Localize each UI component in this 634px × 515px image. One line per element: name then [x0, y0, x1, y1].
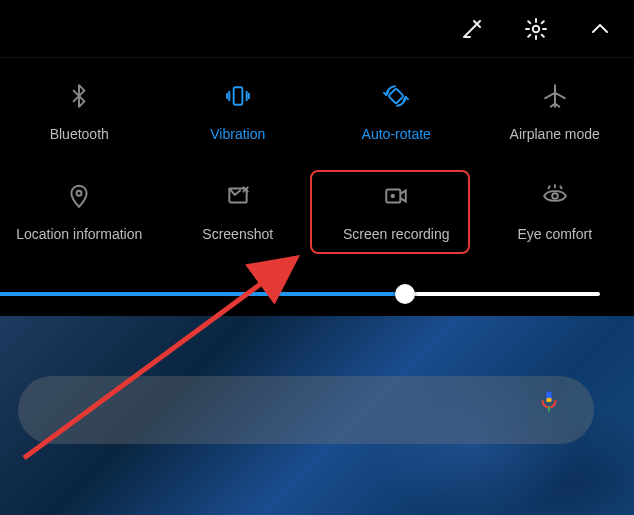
tile-label: Location information — [16, 226, 142, 242]
settings-button[interactable] — [516, 9, 556, 49]
svg-rect-9 — [546, 398, 551, 402]
eye-icon — [537, 178, 573, 214]
svg-rect-2 — [389, 88, 404, 103]
svg-rect-1 — [233, 87, 242, 104]
tile-autorotate[interactable]: Auto-rotate — [317, 78, 476, 142]
tile-airplane[interactable]: Airplane mode — [476, 78, 635, 142]
tile-label: Bluetooth — [50, 126, 109, 142]
tile-label: Vibration — [210, 126, 265, 142]
voice-search-button[interactable] — [536, 388, 580, 432]
airplane-icon — [537, 78, 573, 114]
tile-label: Screenshot — [202, 226, 273, 242]
slider-track-fill — [0, 292, 405, 296]
pencil-icon — [460, 17, 484, 41]
expand-button[interactable] — [580, 9, 620, 49]
tile-label: Eye comfort — [517, 226, 592, 242]
svg-point-0 — [533, 25, 539, 31]
tile-bluetooth[interactable]: Bluetooth — [0, 78, 159, 142]
vibration-icon — [220, 78, 256, 114]
tile-label: Screen recording — [343, 226, 450, 242]
svg-point-7 — [552, 193, 558, 199]
screenshot-icon — [220, 178, 256, 214]
slider-thumb[interactable] — [395, 284, 415, 304]
screen-recording-icon — [378, 178, 414, 214]
microphone-icon — [536, 388, 562, 414]
tile-eye-comfort[interactable]: Eye comfort — [476, 178, 635, 242]
panel-header — [0, 0, 634, 58]
autorotate-icon — [378, 78, 414, 114]
tile-label: Airplane mode — [510, 126, 600, 142]
edit-button[interactable] — [452, 9, 492, 49]
tile-screen-recording[interactable]: Screen recording — [317, 178, 476, 242]
tile-screenshot[interactable]: Screenshot — [159, 178, 318, 242]
quick-settings-grid: Bluetooth Vibration Auto-rotate Airplane… — [0, 78, 634, 242]
bluetooth-icon — [61, 78, 97, 114]
svg-point-6 — [391, 194, 395, 198]
svg-point-3 — [77, 191, 82, 196]
location-icon — [61, 178, 97, 214]
search-bar[interactable] — [18, 376, 594, 444]
quick-settings-panel: Bluetooth Vibration Auto-rotate Airplane… — [0, 0, 634, 515]
gear-icon — [524, 17, 548, 41]
tile-vibration[interactable]: Vibration — [159, 78, 318, 142]
chevron-up-icon — [588, 17, 612, 41]
tile-label: Auto-rotate — [362, 126, 431, 142]
brightness-slider[interactable] — [0, 282, 614, 306]
tile-location[interactable]: Location information — [0, 178, 159, 242]
